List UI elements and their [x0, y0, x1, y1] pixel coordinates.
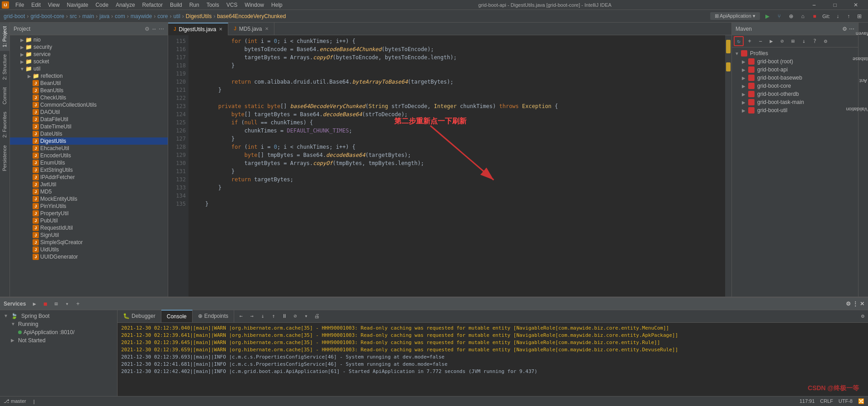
project-settings-icon[interactable]: ⚙	[145, 26, 150, 32]
maven-help-button[interactable]: ?	[810, 36, 820, 46]
scroll-gutter[interactable]	[725, 35, 731, 297]
code-line-133[interactable]: }	[189, 184, 725, 192]
breadcrumb-util[interactable]: util	[173, 13, 180, 19]
maximize-button[interactable]: □	[825, 0, 845, 10]
git-update[interactable]: ↓	[833, 11, 843, 21]
maven-remove-button[interactable]: −	[755, 36, 765, 46]
maven-skip-test-button[interactable]: ⊘	[777, 36, 787, 46]
tree-item-jwtutil[interactable]: JJwtUtil	[10, 181, 168, 188]
code-line-122[interactable]	[189, 94, 725, 102]
services-expand[interactable]: +	[73, 299, 83, 309]
tree-item-requestidutil[interactable]: JRequestIdUtil	[10, 224, 168, 231]
code-line-125[interactable]: if (null == chunkTimes) {	[189, 118, 725, 127]
tree-item-enumutils[interactable]: JEnumUtils	[10, 159, 168, 166]
menu-vcs[interactable]: VCS	[223, 1, 241, 9]
svc-item-springboot[interactable]: ▼ 🍃 Spring Boot	[0, 312, 117, 320]
tree-item-pinyinutils[interactable]: JPinYinUtils	[10, 203, 168, 210]
git-history[interactable]: ⊞	[854, 11, 864, 21]
tab-persistence[interactable]: Persistence	[0, 142, 9, 175]
tab-md5[interactable]: J MD5.java ✕	[228, 23, 274, 35]
tree-item-commoncollectionutils[interactable]: JCommonCollectionUtils	[10, 101, 168, 109]
maven-settings-icon[interactable]: ⚙	[842, 26, 847, 32]
breadcrumb-maywide[interactable]: maywide	[131, 13, 152, 19]
tab-ant[interactable]: Ant	[856, 76, 868, 85]
tree-item-pubutil[interactable]: JPubUtil	[10, 217, 168, 224]
services-group-services[interactable]: ⊞	[51, 299, 61, 309]
breadcrumb-method[interactable]: base64EncodeVeryChunked	[217, 13, 286, 19]
code-line-115[interactable]: for (int i = 0; i < chunkTimes; i++) {	[189, 37, 725, 45]
run-button[interactable]: ▶	[763, 11, 773, 21]
tree-item-nio[interactable]: ▶📁nio	[10, 36, 168, 43]
code-line-118[interactable]: }	[189, 61, 725, 70]
debug-button[interactable]: ⑂	[774, 11, 784, 21]
svc-item-notstarted[interactable]: ▶ Not Started	[0, 336, 117, 345]
menu-refactor[interactable]: Refactor	[139, 1, 166, 9]
tree-item-reflection[interactable]: ▶📁reflection	[10, 72, 168, 80]
menu-tools[interactable]: Tools	[203, 1, 223, 9]
maven-item-grid-boot-core[interactable]: ▶grid-boot-core	[732, 82, 858, 90]
svc-item-apiapplication[interactable]: ApiApplication :8010/	[0, 328, 117, 336]
tree-item-md5[interactable]: JMD5	[10, 188, 168, 195]
code-line-120[interactable]: return com.alibaba.druid.util.Base64.byt…	[189, 78, 725, 86]
tab-md5-close[interactable]: ✕	[265, 26, 269, 31]
tree-item-dateutils[interactable]: JDateUtils	[10, 130, 168, 137]
minimize-button[interactable]: ‒	[804, 0, 825, 10]
project-gear-icon[interactable]: ⋯	[159, 26, 164, 32]
console-print-btn[interactable]: 🖨	[312, 311, 322, 321]
tab-commit[interactable]: Commit	[0, 84, 9, 108]
stop-button[interactable]: ■	[810, 11, 820, 21]
code-line-129[interactable]: byte[] tmpBytes = Base64.decodeBase64(ta…	[189, 151, 725, 159]
services-settings-icon[interactable]: ⚙	[846, 301, 851, 307]
services-run-all[interactable]: ▶	[29, 299, 39, 309]
run-config-dropdown[interactable]: ⊞ ApiApplication ▾	[710, 12, 760, 20]
breadcrumb-grid-boot[interactable]: grid-boot	[4, 13, 25, 19]
console-down-btn[interactable]: ↓	[258, 311, 268, 321]
tab-database[interactable]: Database	[849, 54, 868, 64]
tab-maven[interactable]: Maven	[852, 29, 868, 38]
maven-collapse-button[interactable]: ⊞	[788, 36, 798, 46]
tab-debugger[interactable]: 🐛 Debugger	[118, 310, 161, 322]
tree-item-ehcacheutil[interactable]: JEhcacheUtil	[10, 145, 168, 152]
maven-item-profiles[interactable]: ▼Profiles	[732, 49, 858, 57]
project-expand-icon[interactable]: ↔	[151, 26, 157, 32]
services-filter[interactable]: ▾	[62, 299, 72, 309]
git-push[interactable]: ↑	[844, 11, 854, 21]
maven-item-grid-boot--root-[interactable]: ▶grid-boot (root)	[732, 57, 858, 66]
maven-item-grid-boot-task-main[interactable]: ▶grid-boot-task-main	[732, 98, 858, 106]
breadcrumb-core[interactable]: core	[157, 13, 168, 19]
code-line-127[interactable]: }	[189, 135, 725, 143]
console-clear-btn[interactable]: ⊘	[290, 311, 300, 321]
maven-refresh-button[interactable]: ↻	[734, 36, 744, 46]
tab-favorites[interactable]: 2: Favorites	[0, 108, 9, 141]
breadcrumb-java[interactable]: java	[99, 13, 109, 19]
breadcrumb-main[interactable]: main	[82, 13, 94, 19]
console-filter-btn[interactable]: ▾	[301, 311, 311, 321]
status-encoding[interactable]: UTF-8	[839, 398, 853, 404]
tree-item-digestutils[interactable]: JDigestUtils	[10, 137, 168, 145]
maven-run-button[interactable]: ▶	[766, 36, 776, 46]
tab-digestutils-close[interactable]: ✕	[219, 27, 222, 32]
menu-navigate[interactable]: Navigate	[63, 1, 92, 9]
status-line-col[interactable]: 117:91	[799, 398, 815, 404]
tree-item-datafileutil[interactable]: JDataFileUtil	[10, 116, 168, 123]
maven-settings-gear[interactable]: ⚙	[821, 36, 830, 46]
menu-build[interactable]: Build	[166, 1, 186, 9]
console-next-btn[interactable]: →	[247, 311, 257, 321]
tree-item-uuidgenerator[interactable]: JUUIDGenerator	[10, 253, 168, 260]
close-button[interactable]: ✕	[845, 0, 866, 10]
svc-item-running[interactable]: ▼ Running	[0, 320, 117, 328]
services-more-icon[interactable]: ⋮	[853, 301, 858, 307]
breadcrumb-com[interactable]: com	[115, 13, 125, 19]
tab-project[interactable]: 1: Project	[0, 23, 9, 51]
tree-item-uidutils[interactable]: JUidUtils	[10, 246, 168, 253]
tab-bean-validation[interactable]: Bean Validation	[842, 104, 868, 113]
tab-structure[interactable]: 2: Structure	[0, 51, 9, 84]
console-settings-icon[interactable]: ⚙	[861, 313, 864, 319]
maven-item-grid-boot-util[interactable]: ▶grid-boot-util	[732, 106, 858, 114]
menu-run[interactable]: Run	[186, 1, 203, 9]
tree-item-service[interactable]: ▶📁service	[10, 51, 168, 58]
tree-item-datetimeutil[interactable]: JDateTimeUtil	[10, 123, 168, 130]
code-line-128[interactable]: for (int i = 0; i < chunkTimes; i++) {	[189, 143, 725, 151]
menu-view[interactable]: View	[44, 1, 63, 9]
tree-item-beanutil[interactable]: JBeanUtil	[10, 80, 168, 87]
